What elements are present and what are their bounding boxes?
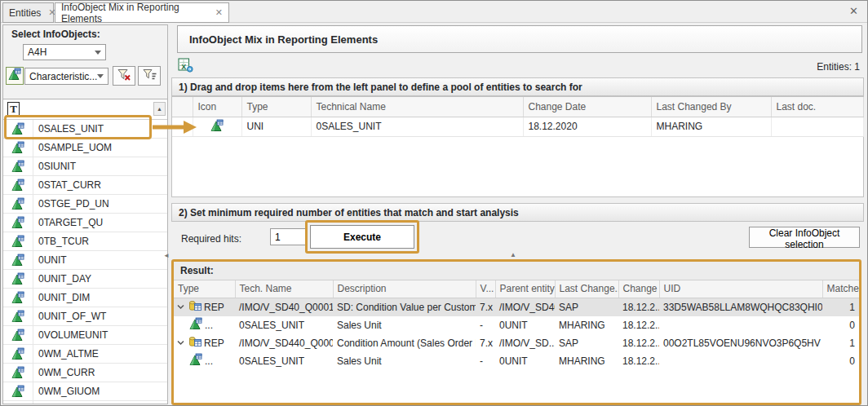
cell-matches: 0 [822, 352, 859, 370]
cell-matches: 1 [822, 334, 859, 352]
list-item-label: 0STAT_CURR [33, 179, 101, 191]
infoobject-icon [189, 317, 202, 333]
list-item-0unit[interactable]: 0UNIT [3, 251, 167, 270]
result-row[interactable]: ...0SALES_UNITSales Unit-0UNITMHARING18.… [174, 316, 859, 334]
entity-pool-row[interactable]: UNI0SALES_UNIT18.12.2020MHARING [172, 117, 863, 136]
list-item-0volumeunit[interactable]: 0VOLUMEUNIT [3, 326, 167, 345]
chevron-down-icon[interactable] [176, 338, 186, 347]
entity-pool-table: IconTypeTechnical NameChange DateLast Ch… [171, 96, 864, 197]
section2-header: 2) Set minimum required number of entiti… [171, 203, 864, 222]
infoobject-type-dropdown-value: Characteristic... [29, 71, 97, 82]
clear-infoobject-selection-button[interactable]: Clear InfoObject selection [749, 227, 860, 248]
scroll-up-button[interactable]: ▲ [153, 102, 166, 116]
splitter-collapse-left-icon[interactable]: ◄ [163, 252, 170, 259]
splitter-collapse-up-icon[interactable]: ▲ [510, 251, 516, 258]
close-icon[interactable]: ✕ [849, 5, 858, 17]
cell-tech_name: 0SALES_UNIT [235, 352, 333, 370]
result-column-header: Type [174, 280, 235, 298]
list-item-label: 0UNIT_DIM [33, 292, 90, 303]
list-item-0wm_altme[interactable]: 0WM_ALTME [3, 345, 167, 364]
infoobject-icon [3, 382, 33, 400]
filter-button[interactable] [138, 66, 161, 86]
infoobject-type-button[interactable] [6, 67, 24, 85]
infoobject-icon [3, 139, 33, 157]
system-dropdown-value: A4H [28, 46, 46, 58]
list-item-0sales_unit[interactable]: 0SALES_UNIT [3, 120, 167, 139]
list-item-label: 0TARGET_QU [33, 217, 103, 228]
chevron-down-icon [97, 74, 104, 78]
chevron-down-icon[interactable] [176, 302, 186, 311]
close-icon[interactable]: ✕ [208, 7, 223, 18]
result-row[interactable]: REP/IMO/V_SD440_Q0001Condition Amount (S… [174, 334, 859, 352]
list-item-0tb_tcur[interactable]: 0TB_TCUR [3, 232, 167, 251]
result-section: Result: TypeTech. NameDescriptionV...Par… [171, 259, 861, 405]
list-item-0wm_curr[interactable]: 0WM_CURR [3, 364, 167, 382]
list-item-0stat_curr[interactable]: 0STAT_CURR [3, 176, 167, 195]
page-title: InfoObject Mix in Reporting Elements [177, 25, 862, 53]
svg-text:X: X [181, 63, 186, 71]
execute-button[interactable]: Execute [310, 225, 414, 249]
close-icon[interactable]: ✕ [41, 7, 55, 18]
infoobject-icon [3, 251, 33, 269]
result-column-header: Matches [822, 280, 859, 298]
cell-type: UNI [241, 117, 311, 136]
tab-entities-label: Entities [9, 7, 41, 19]
list-item-0target_qu[interactable]: 0TARGET_QU [3, 214, 167, 232]
result-column-header: Tech. Name [235, 280, 333, 298]
list-item-0unit_of_wt[interactable]: 0UNIT_OF_WT [3, 307, 167, 326]
list-item-0unit_dim[interactable]: 0UNIT_DIM [3, 289, 167, 307]
list-item-label: 0UNIT [33, 254, 67, 266]
list-item-partial[interactable] [3, 401, 167, 404]
infoobject-icon [189, 353, 202, 368]
system-dropdown[interactable]: A4H [23, 44, 106, 60]
list-item-0unit_day[interactable]: 0UNIT_DAY [3, 270, 167, 289]
cell-matches: 1 [822, 298, 859, 316]
text-filter-icon[interactable]: T [7, 102, 20, 116]
list-item-0siunit[interactable]: 0SIUNIT [3, 157, 167, 176]
infoobject-list-header: T ▲ [3, 99, 167, 120]
cell-change_date: 18.12.2... [618, 316, 659, 334]
list-item-0stge_pd_un[interactable]: 0STGE_PD_UN [3, 195, 167, 214]
result-column-header: V... [476, 280, 495, 298]
cell-tech_name: /IMO/V_SD40_Q0001 [235, 298, 333, 316]
infoobject-icon [3, 307, 33, 325]
list-item-label: 0SAMPLE_UOM [33, 142, 112, 153]
tab-bar: Entities ✕ InfoObject Mix in Reporting E… [1, 1, 867, 23]
infoobject-type-dropdown[interactable]: Characteristic... [24, 68, 108, 85]
clear-filter-button[interactable] [113, 66, 135, 86]
infoobject-icon [8, 68, 21, 84]
infoobject-icon [3, 364, 33, 382]
cell-uid: 00O2TL85VOENU96NVO3P6Q5HV [659, 334, 822, 352]
filter-icon [142, 68, 157, 85]
result-header-label: Result: [180, 265, 214, 276]
result-column-header: UID [659, 280, 822, 298]
cell-version: - [476, 316, 495, 334]
list-item-0sample_uom[interactable]: 0SAMPLE_UOM [3, 139, 167, 157]
result-row[interactable]: ...0SALES_UNITSales Unit-0UNITMHARING18.… [174, 352, 859, 370]
cell-change_date: 18.12.2... [618, 334, 659, 352]
cell-parent_entity: 0UNIT [495, 316, 555, 334]
column-header: Last doc. [771, 97, 863, 117]
cell-technical_name: 0SALES_UNIT [311, 117, 523, 136]
infoobject-icon [3, 289, 33, 307]
list-item-0wm_giuom[interactable]: 0WM_GIUOM [3, 382, 167, 401]
result-column-header: Change ... [618, 280, 659, 298]
tab-infoobject-mix[interactable]: InfoObject Mix in Reporting Elements ✕ [55, 2, 229, 23]
cell-description: SD: Condition Value per Custome... [333, 298, 476, 316]
export-to-excel-button[interactable]: X [178, 58, 193, 73]
list-item-label: 0TB_TCUR [33, 236, 89, 247]
cell-last_changed_by: SAP [555, 298, 618, 316]
column-header: Change Date [523, 97, 651, 117]
cell-tech_name: /IMO/V_SD440_Q0001 [235, 334, 333, 352]
tab-entities[interactable]: Entities ✕ [2, 2, 54, 23]
result-row[interactable]: REP/IMO/V_SD40_Q0001SD: Condition Value … [174, 298, 859, 316]
result-type-cell: REP [174, 334, 235, 352]
cell-change_date: 18.12.2... [618, 352, 659, 370]
infoobject-icon [3, 176, 33, 194]
application-window: Entities ✕ InfoObject Mix in Reporting E… [0, 0, 868, 406]
row-selector-cell[interactable] [172, 117, 193, 136]
report-icon [188, 299, 202, 315]
list-item-label: 0STGE_PD_UN [33, 198, 109, 210]
result-type-cell: ... [174, 352, 235, 370]
column-header: Icon [193, 97, 241, 117]
